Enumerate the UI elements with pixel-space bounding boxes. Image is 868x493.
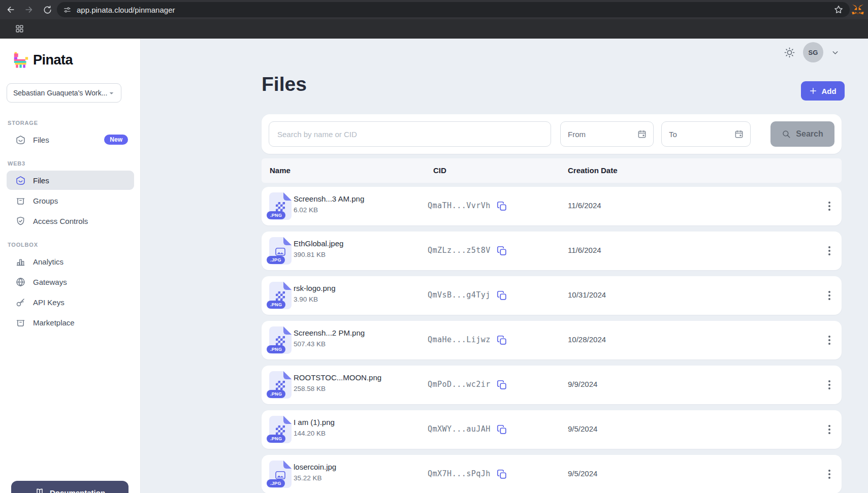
browser-secondary-strip xyxy=(0,19,868,39)
copy-cid-icon[interactable] xyxy=(496,200,508,212)
file-extension-badge: .PNG xyxy=(267,301,285,309)
creation-date: 10/31/2024 xyxy=(568,290,606,299)
key-icon xyxy=(15,297,26,308)
date-from-input[interactable] xyxy=(568,130,637,139)
workspace-selector[interactable]: Sebastian Guaqueta's Work... xyxy=(7,83,121,103)
table-row[interactable]: .PNG rsk-logo.png 3.90 KB QmVsB...g4Tyj … xyxy=(262,276,842,315)
reload-icon[interactable] xyxy=(40,2,55,17)
calendar-icon[interactable] xyxy=(734,129,744,139)
photo-glyph xyxy=(275,471,286,480)
date-to-field[interactable] xyxy=(661,121,751,147)
row-menu-kebab-icon[interactable] xyxy=(823,332,836,348)
sidebar-item-marketplace[interactable]: Marketplace xyxy=(7,313,134,332)
creation-date: 9/9/2024 xyxy=(568,380,597,388)
sidebar-item-label: Analytics xyxy=(33,257,128,266)
sidebar-item-label: Files xyxy=(33,176,128,185)
copy-cid-icon[interactable] xyxy=(496,289,508,302)
forward-icon[interactable] xyxy=(21,2,37,17)
sidebar-item-gateways[interactable]: Gateways xyxy=(7,272,134,291)
sidebar-item-api-keys[interactable]: API Keys xyxy=(7,292,134,312)
sidebar-section: STORAGE FilesNew xyxy=(7,120,134,149)
file-cid: QmPoD...wc2ir xyxy=(428,380,491,389)
browser-toolbar: app.pinata.cloud/pinmanager xyxy=(0,0,868,19)
logo-wordmark: Pinata xyxy=(33,52,73,68)
file-cid: QmZLz...z5t8V xyxy=(428,246,491,255)
file-cid: QmX7H...sPqJh xyxy=(428,469,491,478)
table-row[interactable]: .PNG I am (1).png 144.20 KB QmXWY...auJA… xyxy=(262,410,842,449)
file-cid: QmaHe...Lijwz xyxy=(428,335,491,344)
avatar[interactable]: SG xyxy=(803,42,823,62)
file-cid: QmaTH...VvrVh xyxy=(428,201,491,210)
page-title: Files xyxy=(262,73,307,95)
search-input[interactable] xyxy=(269,121,551,147)
documentation-button[interactable]: Documentation xyxy=(11,481,128,493)
apps-grid-icon[interactable] xyxy=(15,24,24,34)
row-menu-kebab-icon[interactable] xyxy=(823,243,836,259)
copy-cid-icon[interactable] xyxy=(496,334,508,346)
file-type-icon: .JPG xyxy=(269,461,292,488)
pinata-logo[interactable]: Pinata xyxy=(13,52,73,69)
sidebar-section: WEB3 FilesGroupsAccess Controls xyxy=(7,160,134,231)
search-button[interactable]: Search xyxy=(770,121,834,147)
shield-check-icon xyxy=(15,216,26,226)
creation-date: 11/6/2024 xyxy=(568,246,601,254)
copy-cid-icon[interactable] xyxy=(496,468,508,480)
copy-cid-icon[interactable] xyxy=(496,423,508,436)
table-row[interactable]: .JPG EthGlobal.jpeg 390.81 KB QmZLz...z5… xyxy=(262,232,842,270)
sidebar-item-label: Access Controls xyxy=(33,217,128,225)
sidebar-item-label: Groups xyxy=(33,196,128,205)
file-size: 258.58 KB xyxy=(294,385,326,392)
file-name: Screensh...2 PM.png xyxy=(294,328,365,337)
checker-glyph xyxy=(276,381,285,390)
row-menu-kebab-icon[interactable] xyxy=(823,198,836,214)
row-menu-kebab-icon[interactable] xyxy=(823,421,836,438)
add-button[interactable]: Add xyxy=(801,81,845,101)
copy-cid-icon[interactable] xyxy=(496,379,508,391)
theme-toggle-sun-icon[interactable] xyxy=(784,47,795,58)
table-row[interactable]: .PNG ROOTSTOC...MOON.png 258.58 KB QmPoD… xyxy=(262,366,842,404)
site-settings-icon[interactable] xyxy=(63,6,72,14)
sidebar-item-files[interactable]: FilesNew xyxy=(7,130,134,149)
bar-chart-icon xyxy=(15,256,26,267)
chevron-down-icon[interactable] xyxy=(831,48,840,57)
row-menu-kebab-icon[interactable] xyxy=(823,287,836,304)
creation-date: 9/5/2024 xyxy=(568,469,597,478)
url-text: app.pinata.cloud/pinmanager xyxy=(77,6,833,14)
checker-glyph xyxy=(276,202,285,211)
sidebar-item-groups[interactable]: Groups xyxy=(7,191,134,210)
table-row[interactable]: .PNG Screensh...2 PM.png 507.43 KB QmaHe… xyxy=(262,321,842,359)
row-menu-kebab-icon[interactable] xyxy=(823,466,836,482)
file-cid: QmXWY...auJAH xyxy=(428,424,491,434)
main-area: SG Files Add xyxy=(141,39,868,493)
checker-glyph xyxy=(276,291,285,301)
calendar-icon[interactable] xyxy=(637,129,647,139)
sidebar-item-label: Gateways xyxy=(33,278,128,286)
sidebar-item-analytics[interactable]: Analytics xyxy=(7,252,134,271)
plus-icon xyxy=(809,87,817,95)
file-size: 6.02 KB xyxy=(294,206,318,214)
file-type-icon: .PNG xyxy=(269,371,292,399)
date-to-input[interactable] xyxy=(669,130,734,139)
table-row[interactable]: .JPG losercoin.jpg 35.22 KB QmX7H...sPqJ… xyxy=(262,455,842,493)
pinata-llama-icon xyxy=(13,52,28,69)
box-icon xyxy=(15,317,26,328)
sidebar-item-files[interactable]: Files xyxy=(7,171,134,190)
row-menu-kebab-icon[interactable] xyxy=(823,377,836,393)
sidebar-item-label: Files xyxy=(33,136,97,144)
user-cluster: SG xyxy=(784,42,840,62)
bookmark-star-icon[interactable] xyxy=(833,5,844,15)
back-icon[interactable] xyxy=(3,2,18,17)
file-type-icon: .PNG xyxy=(269,326,292,354)
file-size: 144.20 KB xyxy=(294,430,326,437)
url-bar[interactable]: app.pinata.cloud/pinmanager xyxy=(57,2,850,17)
metamask-extension-icon[interactable] xyxy=(852,4,864,15)
sidebar-item-access-controls[interactable]: Access Controls xyxy=(7,211,134,231)
file-size: 3.90 KB xyxy=(294,295,318,303)
column-header-cid: CID xyxy=(433,158,446,183)
table-header: Name CID Creation Date xyxy=(262,158,842,183)
copy-cid-icon[interactable] xyxy=(496,245,508,257)
date-from-field[interactable] xyxy=(560,121,654,147)
file-name: Screensh...3 AM.png xyxy=(294,194,364,203)
file-type-icon: .PNG xyxy=(269,416,292,443)
table-row[interactable]: .PNG Screensh...3 AM.png 6.02 KB QmaTH..… xyxy=(262,187,842,225)
